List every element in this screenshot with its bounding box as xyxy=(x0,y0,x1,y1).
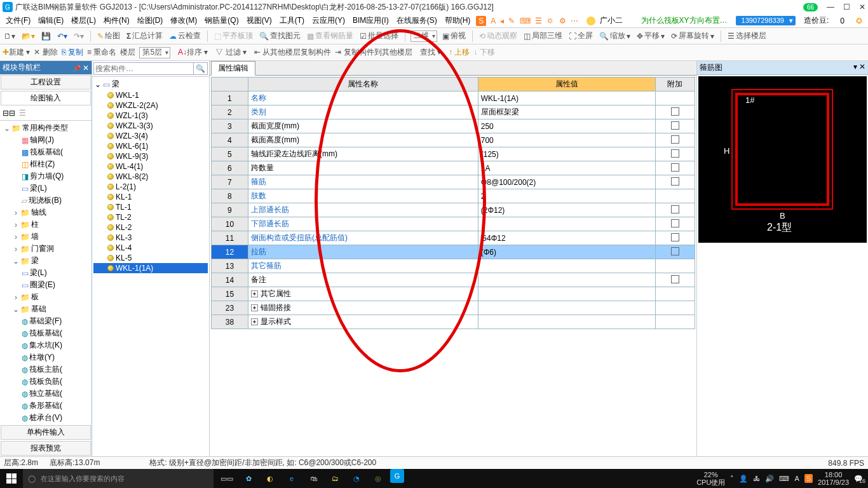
property-row[interactable]: 4截面高度(mm)700 xyxy=(212,133,695,147)
undo-icon[interactable]: ↶▾ xyxy=(56,32,69,41)
checkbox[interactable] xyxy=(671,121,679,130)
checkbox[interactable] xyxy=(671,247,679,255)
draw-input-button[interactable]: 绘图输入 xyxy=(1,91,91,105)
tree-item[interactable]: ◍ 独立基础( xyxy=(1,388,90,400)
move-down-button[interactable]: ↓ 下移 xyxy=(473,47,494,58)
tree-item[interactable]: ◍ 基础梁(F) xyxy=(1,315,90,327)
property-row[interactable]: 2类别屋面框架梁 xyxy=(212,105,695,119)
copy-from-button[interactable]: ⇤ 从其他楼层复制构件 xyxy=(254,47,331,58)
floor-combo[interactable]: 第5层 xyxy=(139,47,170,58)
property-row[interactable]: 3截面宽度(mm)250 xyxy=(212,119,695,133)
tree-cat[interactable]: ›📁 板 xyxy=(1,291,90,303)
property-row[interactable]: 23+锚固搭接 xyxy=(212,301,695,315)
menu-draw[interactable]: 绘图(D) xyxy=(134,15,166,26)
member-item[interactable]: WZL-1(3) xyxy=(93,111,208,121)
tree-cat[interactable]: ›📁 门窗洞 xyxy=(1,243,90,255)
member-item[interactable]: KL-2 xyxy=(93,222,208,233)
filter-button[interactable]: ▽ 过滤 ▾ xyxy=(215,47,247,58)
tree-cat[interactable]: ›📁 柱 xyxy=(1,219,90,231)
property-row[interactable]: 1名称WKL-1(1A) xyxy=(212,92,695,105)
member-item[interactable]: WKL-1(1A) xyxy=(93,263,208,273)
tray-people-icon[interactable]: 👤 xyxy=(739,475,748,483)
tree-item[interactable]: ◍ 筏板负筋( xyxy=(1,376,90,388)
tree-cat-liang[interactable]: ⌄📁 梁 xyxy=(1,255,90,267)
property-row[interactable]: 6跨数量1A xyxy=(212,161,695,175)
copy-button[interactable]: ⎘ 复制 xyxy=(62,47,83,58)
property-row[interactable]: 14备注 xyxy=(212,273,695,287)
menu-bim[interactable]: BIM应用(I) xyxy=(349,15,392,26)
member-item[interactable]: KL-5 xyxy=(93,253,208,263)
member-item[interactable]: WKZL-2(2A) xyxy=(93,100,208,111)
member-item[interactable]: WKZL-3(3) xyxy=(93,121,208,131)
tree-item[interactable]: ◍ 筏板基础( xyxy=(1,327,90,339)
phone-badge[interactable]: 13907298339 ▾ xyxy=(736,16,796,25)
menu-online[interactable]: 在线服务(S) xyxy=(393,15,440,26)
edge-icon[interactable]: e xyxy=(282,469,301,488)
app-icon-4[interactable]: ◎ xyxy=(369,469,388,488)
menu-steel[interactable]: 钢筋量(Q) xyxy=(201,15,241,26)
member-item[interactable]: WKL-1 xyxy=(93,90,208,100)
menu-help[interactable]: 帮助(H) xyxy=(442,15,474,26)
tree-cat[interactable]: ›📁 轴线 xyxy=(1,207,90,219)
tray-ime-a-icon[interactable]: A xyxy=(794,475,799,482)
member-item[interactable]: KL-4 xyxy=(93,243,208,253)
panel-close-icon[interactable]: ✕ xyxy=(83,64,89,72)
tray-ime-s-icon[interactable]: S xyxy=(804,474,813,483)
checkbox[interactable] xyxy=(671,163,679,172)
tree-item[interactable]: ◍ 桩承台(V) xyxy=(1,412,90,424)
pan-button[interactable]: ✥ 平移 ▾ xyxy=(635,30,666,41)
menu-edit[interactable]: 编辑(E) xyxy=(35,15,67,26)
taskview-icon[interactable]: ▭▭ xyxy=(217,469,236,488)
tree-root[interactable]: ⌄📁 常用构件类型 xyxy=(1,122,90,134)
fullscreen-button[interactable]: ⛶ 全屏 xyxy=(567,30,594,41)
tray-keyboard-icon[interactable]: ⌨ xyxy=(779,475,789,483)
property-row[interactable]: 5轴线距梁左边线距离(mm)(125) xyxy=(212,147,695,161)
property-row[interactable]: 38+显示样式 xyxy=(212,315,695,329)
zoom-button[interactable]: 🔍 缩放 ▾ xyxy=(598,30,632,41)
dynamic-view-button[interactable]: ⟲ 动态观察 xyxy=(478,30,519,41)
checkbox[interactable] xyxy=(671,205,679,214)
tree-item[interactable]: ◍ 柱墩(Y) xyxy=(1,351,90,363)
member-item[interactable]: TL-1 xyxy=(93,202,208,212)
pin-icon[interactable]: 📌 xyxy=(73,65,81,72)
taskbar-search[interactable]: ◯在这里输入你要搜索的内容 xyxy=(23,469,214,488)
property-row[interactable]: 10下部通长筋 xyxy=(212,217,695,231)
tray-notification-icon[interactable]: 💬16 xyxy=(854,475,863,483)
tree-item[interactable]: ▭ 梁(L) xyxy=(1,182,90,194)
member-tree[interactable]: ⌄▭ 梁 WKL-1 WKZL-2(2A) WZL-1(3) WKZL-3(3)… xyxy=(92,77,209,456)
tray-up-icon[interactable]: ˄ xyxy=(730,475,734,483)
menu-floor[interactable]: 楼层(L) xyxy=(68,15,99,26)
sort-button[interactable]: A↓排序 ▾ xyxy=(178,47,208,58)
member-item[interactable]: KL-1 xyxy=(93,192,208,202)
checkbox[interactable] xyxy=(671,107,679,116)
rename-button[interactable]: ≡ 重命名 xyxy=(87,47,116,58)
checkbox[interactable] xyxy=(671,233,679,241)
tree-cat[interactable]: ›📁 墙 xyxy=(1,231,90,243)
property-row[interactable]: 13其它箍筋 xyxy=(212,259,695,273)
property-row[interactable]: 7箍筋Φ8@100/200(2) xyxy=(212,175,695,189)
checkbox[interactable] xyxy=(671,219,679,227)
tree-item[interactable]: ◍ 条形基础( xyxy=(1,400,90,412)
find-button[interactable]: 查找 ▾ xyxy=(420,47,441,58)
topview-button[interactable]: ▣ 俯视 xyxy=(441,30,467,41)
new-member-button[interactable]: ✚新建 ▾ xyxy=(3,47,30,58)
menu-file[interactable]: 文件(F) xyxy=(3,15,34,26)
report-preview-button[interactable]: 报表预览 xyxy=(1,441,91,456)
member-item[interactable]: TL-2 xyxy=(93,212,208,222)
dimension-combo[interactable]: 二维 xyxy=(410,30,437,42)
member-item[interactable]: KL-3 xyxy=(93,233,208,243)
app-icon-1[interactable]: ✿ xyxy=(239,469,258,488)
tree-item[interactable]: ▦ 轴网(J) xyxy=(1,134,90,146)
tree-item[interactable]: ◍ 筏板主筋( xyxy=(1,363,90,376)
save-icon[interactable]: 💾 xyxy=(40,32,52,41)
open-icon[interactable]: 📂▾ xyxy=(20,32,36,41)
list-mode-icon[interactable]: ☰ xyxy=(19,109,26,118)
member-item[interactable]: WL-4(1) xyxy=(93,161,208,172)
member-root[interactable]: ⌄▭ 梁 xyxy=(93,78,208,90)
tree-item[interactable]: ◨ 剪力墙(Q) xyxy=(1,170,90,182)
cpu-meter[interactable]: 22%CPU使用 xyxy=(696,471,725,486)
tree-mode-icon[interactable]: ⊟⊟ xyxy=(3,109,15,118)
menu-member[interactable]: 构件(N) xyxy=(100,15,133,26)
tree-item[interactable]: ▩ 筏板基础( xyxy=(1,146,90,158)
project-settings-button[interactable]: 工程设置 xyxy=(1,75,91,90)
